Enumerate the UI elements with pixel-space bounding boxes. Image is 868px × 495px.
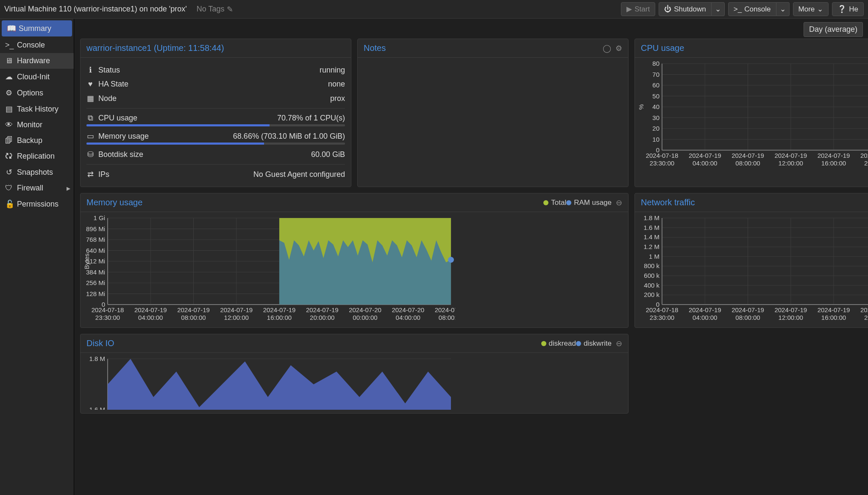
svg-text:40: 40: [652, 103, 659, 110]
svg-point-97: [448, 257, 454, 263]
sidebar-item-firewall[interactable]: 🛡Firewall▸: [0, 180, 74, 196]
svg-text:2024-07-19: 2024-07-19: [732, 152, 764, 159]
svg-text:1.8 M: 1.8 M: [643, 214, 659, 221]
sidebar: 📖Summary>_Console🖥Hardware☁Cloud-Init⚙Op…: [0, 19, 74, 495]
svg-text:400 k: 400 k: [644, 282, 659, 289]
collapse-icon[interactable]: ⊖: [616, 339, 622, 348]
svg-text:20:00:00: 20:00:00: [864, 159, 868, 167]
collapse-icon[interactable]: ⊖: [616, 198, 622, 207]
info-icon: ℹ: [86, 65, 94, 75]
help-button[interactable]: ❔He: [832, 2, 864, 16]
sidebar-item-monitor[interactable]: 👁Monitor: [0, 117, 74, 133]
svg-text:Bytes: Bytes: [83, 253, 90, 269]
sidebar-item-cloudinit[interactable]: ☁Cloud-Init: [0, 69, 74, 85]
sidebar-item-backup[interactable]: 🗐Backup: [0, 133, 74, 148]
svg-text:20: 20: [652, 125, 659, 132]
svg-text:200 k: 200 k: [644, 291, 659, 298]
chevron-right-icon: ▸: [67, 184, 70, 193]
svg-text:800 k: 800 k: [644, 262, 659, 269]
heart-icon: ♥: [86, 80, 94, 89]
memory-chart-panel: Memory usage Total RAM usage ⊖ 0128 Mi25…: [80, 193, 629, 328]
sidebar-item-permissions[interactable]: 🔓Permissions: [0, 196, 74, 212]
svg-text:60: 60: [652, 81, 659, 89]
svg-text:08:00:00: 08:00:00: [439, 314, 455, 321]
gear-icon[interactable]: ⚙: [615, 44, 622, 53]
svg-text:12:00:00: 12:00:00: [224, 314, 249, 321]
notes-title: Notes: [364, 43, 386, 53]
svg-text:2024-07-19: 2024-07-19: [774, 306, 807, 313]
svg-text:2024-07-19: 2024-07-19: [818, 306, 850, 313]
svg-text:1 Gi: 1 Gi: [93, 214, 105, 221]
options-icon: ⚙: [5, 88, 13, 98]
network-chart-panel: Network traffic netin netout ⊖ 0200 k400…: [634, 193, 868, 328]
timerange-select[interactable]: Day (average): [804, 22, 863, 37]
sidebar-item-hardware[interactable]: 🖥Hardware: [0, 53, 74, 69]
more-button[interactable]: More⌄: [793, 2, 829, 16]
svg-text:128 Mi: 128 Mi: [86, 290, 105, 297]
shutdown-button[interactable]: ⏻Shutdown: [659, 2, 712, 16]
sidebar-item-snapshots[interactable]: ↺Snapshots: [0, 164, 74, 180]
legend-dot-icon: [566, 200, 571, 205]
sidebar-item-summary[interactable]: 📖Summary: [2, 20, 72, 36]
svg-text:2024-07-20: 2024-07-20: [435, 306, 455, 313]
svg-text:08:00:00: 08:00:00: [181, 314, 206, 321]
svg-text:2024-07-18: 2024-07-18: [92, 306, 124, 313]
sidebar-item-taskhistory[interactable]: ▤Task History: [0, 101, 74, 117]
sidebar-item-console[interactable]: >_Console: [0, 37, 74, 53]
legend-label: Total: [551, 199, 566, 207]
svg-text:600 k: 600 k: [644, 272, 659, 279]
svg-text:2024-07-18: 2024-07-18: [646, 152, 679, 159]
sidebar-item-label: Summary: [19, 24, 51, 33]
svg-text:70: 70: [652, 71, 659, 78]
edit-tags-icon[interactable]: ✎: [227, 5, 233, 14]
svg-text:2024-07-19: 2024-07-19: [177, 306, 210, 313]
svg-text:2024-07-19: 2024-07-19: [860, 152, 868, 159]
legend-dot-icon: [541, 341, 546, 346]
svg-text:04:00:00: 04:00:00: [396, 314, 420, 321]
svg-text:12:00:00: 12:00:00: [779, 159, 803, 167]
svg-text:2024-07-20: 2024-07-20: [392, 306, 424, 313]
tags-label[interactable]: No Tags ✎: [197, 5, 234, 14]
svg-text:00:00:00: 00:00:00: [353, 314, 377, 321]
legend-label: RAM usage: [574, 199, 612, 207]
monitor-icon: 👁: [5, 120, 13, 129]
memory-chart-title: Memory usage: [86, 198, 142, 207]
disk-icon: ⛁: [86, 150, 94, 159]
svg-text:1.6 M: 1.6 M: [643, 224, 659, 231]
svg-text:2024-07-19: 2024-07-19: [263, 306, 296, 313]
backup-icon: 🗐: [5, 136, 13, 145]
sidebar-item-label: Snapshots: [17, 168, 53, 177]
diskio-chart-panel: Disk IO diskread diskwrite ⊖ 1.6 M1.8 M: [80, 334, 629, 414]
svg-text:08:00:00: 08:00:00: [735, 314, 760, 321]
svg-text:23:30:00: 23:30:00: [95, 314, 120, 321]
terminal-icon: >_: [734, 5, 742, 14]
svg-text:640 Mi: 640 Mi: [86, 247, 105, 254]
svg-text:768 Mi: 768 Mi: [86, 236, 105, 243]
sidebar-item-replication[interactable]: 🗘Replication: [0, 148, 74, 164]
console-dropdown[interactable]: ⌄: [776, 2, 790, 16]
chevron-down-icon: ⌄: [817, 5, 823, 14]
svg-text:2024-07-19: 2024-07-19: [220, 306, 253, 313]
sidebar-item-label: Hardware: [17, 56, 50, 65]
network-chart-title: Network traffic: [641, 198, 695, 207]
svg-text:2024-07-19: 2024-07-19: [689, 306, 721, 313]
svg-text:04:00:00: 04:00:00: [693, 159, 717, 167]
sidebar-item-label: Permissions: [17, 200, 58, 209]
svg-text:1 M: 1 M: [649, 253, 659, 260]
console-button[interactable]: >_Console: [728, 2, 776, 16]
sidebar-item-label: Firewall: [17, 184, 43, 193]
bulk-edit-icon[interactable]: ◯: [603, 44, 611, 53]
help-icon: ❔: [837, 5, 846, 14]
start-button[interactable]: ▶Start: [621, 2, 655, 16]
svg-text:2024-07-19: 2024-07-19: [860, 306, 868, 313]
notes-panel: Notes ◯ ⚙: [357, 39, 629, 187]
svg-text:23:30:00: 23:30:00: [650, 314, 674, 321]
firewall-icon: 🛡: [5, 184, 13, 193]
sidebar-item-label: Task History: [17, 105, 58, 114]
shutdown-dropdown[interactable]: ⌄: [712, 2, 725, 16]
cpu-chart-title: CPU usage: [641, 43, 684, 53]
sidebar-item-options[interactable]: ⚙Options: [0, 85, 74, 101]
chevron-down-icon: ⌄: [780, 5, 786, 14]
permissions-icon: 🔓: [5, 199, 13, 209]
sidebar-item-label: Backup: [17, 136, 42, 145]
